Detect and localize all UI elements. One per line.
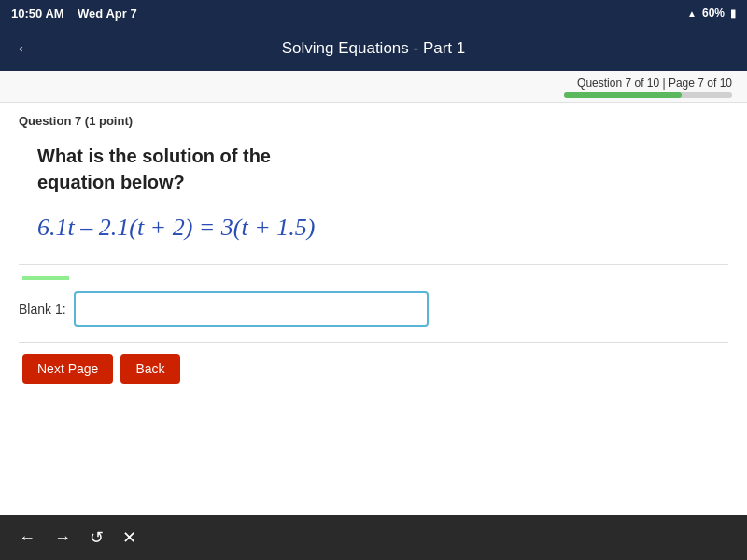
- answer-underline-decoration: [22, 276, 69, 280]
- blank-row: Blank 1:: [19, 291, 728, 327]
- section-divider: [19, 342, 728, 343]
- question-meta: Question 7 (1 point): [19, 114, 728, 128]
- nav-close-icon[interactable]: ✕: [122, 527, 136, 548]
- button-row: Next Page Back: [19, 354, 728, 384]
- progress-label: Question 7 of 10 | Page 7 of 10: [577, 77, 732, 90]
- blank-1-input[interactable]: [74, 291, 429, 327]
- question-text: What is the solution of the equation bel…: [37, 143, 728, 195]
- question-points: (1 point): [85, 114, 133, 128]
- progress-bar-fill: [564, 92, 682, 98]
- question-number: Question 7: [19, 114, 81, 128]
- main-content: Question 7 of 10 | Page 7 of 10 Question…: [0, 71, 747, 515]
- nav-back-icon[interactable]: ←: [19, 528, 35, 548]
- nav-forward-icon[interactable]: →: [54, 528, 71, 548]
- answer-section: Blank 1:: [19, 264, 728, 327]
- back-button-action[interactable]: Back: [120, 354, 179, 384]
- status-right: 60%: [687, 7, 736, 20]
- status-time-day: 10:50 AM Wed Apr 7: [11, 7, 137, 21]
- header: ← Solving Equations - Part 1: [0, 26, 747, 71]
- bottom-nav-bar: ← → ↺ ✕: [0, 515, 747, 560]
- back-button[interactable]: ←: [15, 36, 35, 61]
- header-title: Solving Equations - Part 1: [282, 39, 466, 58]
- progress-area: Question 7 of 10 | Page 7 of 10: [0, 71, 747, 103]
- question-container: Question 7 (1 point) What is the solutio…: [0, 103, 747, 402]
- battery-icon: [730, 7, 736, 20]
- blank-label: Blank 1:: [19, 301, 66, 316]
- status-bar: 10:50 AM Wed Apr 7 60%: [0, 0, 747, 26]
- wifi-icon: [687, 7, 697, 20]
- progress-bar-container: [564, 92, 732, 98]
- battery-level: 60%: [702, 7, 725, 20]
- next-page-button[interactable]: Next Page: [22, 354, 113, 384]
- equation-display: 6.1t – 2.1(t + 2) = 3(t + 1.5): [37, 214, 728, 242]
- nav-refresh-icon[interactable]: ↺: [90, 527, 104, 548]
